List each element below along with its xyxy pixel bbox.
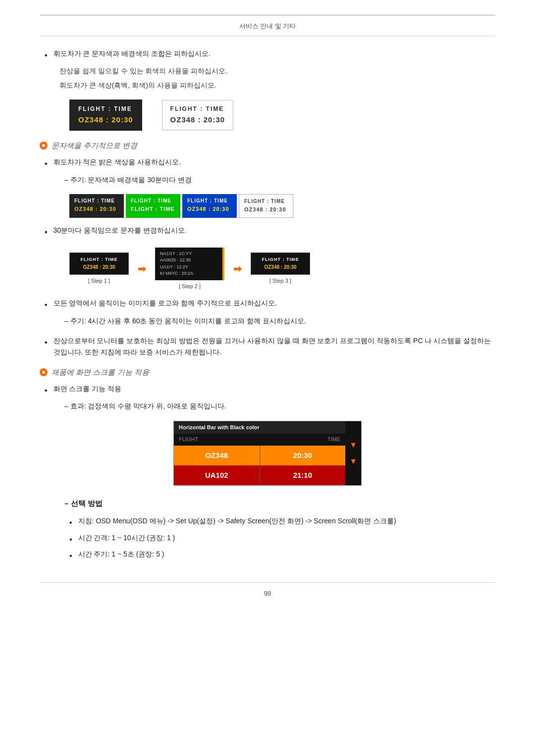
screen-scroll-section: • 화면 스크롤 기능 적용 – 효과: 검정색의 수평 막대가 위, 아래로 … — [40, 383, 495, 412]
avoid-contrast-text: 휘도차가 큰 문자색과 배경색의 조합은 피하십시오. — [54, 48, 495, 59]
cb-blue-num: OZ348 : 20:30 — [187, 205, 232, 214]
dash-symbol-2: – — [64, 317, 70, 325]
hbar-subheader-right: TIME — [327, 435, 340, 444]
moving-image-text: 모든 영역에서 움직이는 이미지를 로고와 함께 주기적으로 표시하십시오. — [54, 298, 495, 308]
flight-number-light: OZ348 : 20:30 — [170, 114, 225, 126]
move-text-label: 30분마다 움직임으로 문자를 변경하십시오. — [54, 225, 495, 236]
bullet-dot-2: • — [45, 157, 48, 170]
selection-item-1-text: 지침: OSD Menu(OSD 메뉴) -> Set Up(설정) -> Sa… — [78, 515, 396, 526]
sub-avoid-bw: 휘도차가 큰 색상(흑백, 회색)의 사용을 피하십시오. — [40, 80, 495, 91]
flight-label-dark: FLIGHT : TIME — [78, 104, 133, 114]
step-2-line2: AA0025 : 12:35 — [160, 257, 217, 264]
bullet-sel-1: • — [69, 516, 72, 529]
page: 서비스 안내 및 기타 • 휘도차가 큰 문자색과 배경색의 조합은 피하십시오… — [0, 0, 535, 756]
dash-screen-scroll: – 효과: 검정색의 수평 막대가 위, 아래로 움직입니다. — [40, 401, 495, 411]
flight-colon-light: : — [198, 115, 204, 124]
selection-item-3-text: 시간 주기: 1 ~ 5초 (권장: 5 ) — [78, 549, 164, 559]
page-number: 98 — [40, 582, 495, 599]
hbar-row1-right: 20:30 — [260, 446, 346, 465]
top-border — [40, 15, 495, 15]
dash-scroll-text: 효과: 검정색의 수평 막대가 위, 아래로 움직입니다. — [70, 402, 226, 410]
best-protection-text: 잔상으로부터 모니터를 보호하는 최상의 방법은 전원을 끄거나 사용하지 않을… — [54, 335, 495, 357]
selection-method-heading: – 선택 방법 — [64, 498, 495, 509]
bullet-avoid-contrast: • 휘도차가 큰 문자색과 배경색의 조합은 피하십시오. — [40, 48, 495, 62]
hbar-arrow-1-icon: ▼ — [349, 439, 357, 452]
hbar-row-2: UA102 21:10 — [174, 465, 345, 485]
bullet-move-text: • 30분마다 움직임으로 문자를 변경하십시오. — [40, 225, 495, 239]
step-3-label: FLIGHT : TIME — [256, 256, 305, 263]
flight-number-dark: OZ348 : 20:30 — [78, 114, 133, 126]
flight-box-row: FLIGHT : TIME OZ348 : 20:30 FLIGHT : TIM… — [69, 100, 495, 131]
color-block-dark: FLIGHT : TIME OZ348 : 20:30 — [69, 194, 124, 218]
bullet-dot-5: • — [45, 336, 48, 349]
step-1-inner: FLIGHT : TIME OZ348 : 20:30 — [69, 252, 129, 274]
color-blocks-row: FLIGHT : TIME OZ348 : 20:30 FLIGHT : TIM… — [69, 194, 495, 218]
selection-item-2-text: 시간 간격: 1 ~ 10시간 (권장: 1 ) — [78, 532, 175, 543]
hbar-row1-left: OZ348 — [174, 446, 260, 465]
step-1-caption: [ Step 1 ] — [88, 277, 110, 286]
best-protection-section: • 잔상으로부터 모니터를 보호하는 최상의 방법은 전원을 끄거나 사용하지 … — [40, 335, 495, 357]
color-block-green: FLIGHT : TIME FLIGHT : TIME — [126, 194, 180, 218]
selection-item-2: • 시간 간격: 1 ~ 10시간 (권장: 1 ) — [40, 532, 495, 546]
step-1-label: FLIGHT : TIME — [75, 256, 123, 263]
periodic-change-heading: 문자색을 주기적으로 변경 — [40, 140, 495, 151]
dash-symbol: – — [64, 176, 70, 184]
use-light-text: 휘도차가 적은 밝은 색상을 사용하십시오. — [54, 156, 495, 167]
cb-dark-label: FLIGHT : TIME — [74, 197, 119, 205]
screen-scroll-text: 화면 스크롤 기능 적용 — [54, 383, 495, 394]
step-3-caption: [ Step 3 ] — [269, 277, 291, 286]
hbar-arrow-2-icon: ▼ — [349, 455, 357, 468]
arrow-2-icon: ➡ — [233, 261, 242, 277]
hbar-arrow-col: ▼ ▼ — [345, 421, 361, 485]
orange-dot-icon — [40, 142, 48, 150]
bullet-screen-scroll: • 화면 스크롤 기능 적용 — [40, 383, 495, 397]
cb-dark-num: OZ348 : 20:30 — [74, 205, 119, 214]
bullet-dot: • — [45, 49, 48, 62]
selection-item-1: • 지침: OSD Menu(OSD 메뉴) -> Set Up(설정) -> … — [40, 515, 495, 529]
dash-cycle-text: 주기: 문자색과 배경색을 30분마다 변경 — [70, 176, 192, 184]
bullet-sel-2: • — [69, 533, 72, 546]
step-2-line4: KI M4YC : 20:2A — [160, 270, 217, 277]
flight-num-dark: OZ348 — [78, 115, 104, 124]
hbar-row2-left: UA102 — [174, 465, 260, 485]
step-3-box: FLIGHT : TIME OZ348 : 20:30 [ Step 3 ] — [251, 252, 310, 285]
flight-colon-dark: : — [106, 115, 111, 124]
step-3-num: OZ348 : 20:30 — [256, 263, 305, 271]
flight-label-light: FLIGHT : TIME — [170, 104, 225, 114]
hbar-row-1: OZ348 20:30 — [174, 446, 345, 465]
screen-scroll-heading: 제품에 화면 스크롤 기능 적용 — [40, 366, 495, 378]
step-1-num: OZ348 : 20:30 — [75, 263, 123, 271]
flight-time-light: 20:30 — [204, 115, 225, 124]
step-diagram: FLIGHT : TIME OZ348 : 20:30 [ Step 1 ] ➡… — [69, 248, 495, 291]
step-1-box: FLIGHT : TIME OZ348 : 20:30 [ Step 1 ] — [69, 252, 129, 285]
bullet-sel-3: • — [69, 550, 72, 562]
color-block-plain: FLIGHT : TIME OZ348 : 20:30 — [239, 194, 293, 218]
screen-scroll-label: 제품에 화면 스크롤 기능 적용 — [52, 366, 149, 378]
bullet-dot-4: • — [45, 299, 48, 311]
color-block-blue: FLIGHT : TIME OZ348 : 20:30 — [182, 194, 237, 218]
bullet-best-protection: • 잔상으로부터 모니터를 보호하는 최상의 방법은 전원을 끄거나 사용하지 … — [40, 335, 495, 357]
step-2-box: NA1/1Y : 1C:YY AA0025 : 12:35 UA1IY : 12… — [155, 248, 224, 291]
cb-plain-num: OZ348 : 20:30 — [244, 205, 288, 214]
flight-box-light: FLIGHT : TIME OZ348 : 20:30 — [162, 100, 234, 130]
periodic-change-label: 문자색을 주기적으로 변경 — [52, 140, 137, 151]
bullet-use-light: • 휘도차가 적은 밝은 색상을 사용하십시오. — [40, 156, 495, 170]
hbar-header-text: Horizontal Bar with Black color — [179, 423, 260, 432]
hbar-header: Horizontal Bar with Black color — [174, 421, 345, 434]
orange-dot-2-icon — [40, 368, 48, 376]
flight-num-light: OZ348 — [170, 115, 196, 124]
hbar-subheader-left: FLIGHT — [179, 435, 198, 444]
hbar-content: Horizontal Bar with Black color FLIGHT T… — [174, 421, 345, 485]
dash-moving-image-text: 주기: 4시간 사용 후 60초 동안 움직이는 이미지를 로고와 함께 표시하… — [70, 317, 306, 325]
step-2-line1: NA1/1Y : 1C:YY — [160, 251, 217, 257]
moving-image-section: • 모든 영역에서 움직이는 이미지를 로고와 함께 주기적으로 표시하십시오.… — [40, 298, 495, 326]
use-light-section: • 휘도차가 적은 밝은 색상을 사용하십시오. – 주기: 문자색과 배경색을… — [40, 156, 495, 185]
hbar-demo: Horizontal Bar with Black color FLIGHT T… — [173, 421, 362, 486]
dash-symbol-3: – — [64, 402, 70, 410]
cb-green-label: FLIGHT : TIME — [131, 197, 175, 205]
flight-box-dark: FLIGHT : TIME OZ348 : 20:30 — [69, 100, 142, 131]
bullet-dot-3: • — [45, 226, 48, 239]
cb-green-num: FLIGHT : TIME — [131, 205, 175, 214]
bullet-moving-image: • 모든 영역에서 움직이는 이미지를 로고와 함께 주기적으로 표시하십시오. — [40, 298, 495, 311]
page-header: 서비스 안내 및 기타 — [40, 21, 495, 36]
